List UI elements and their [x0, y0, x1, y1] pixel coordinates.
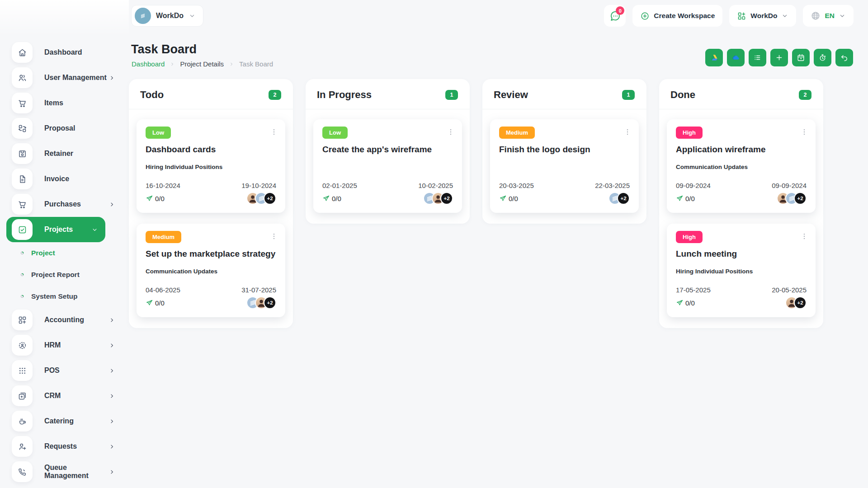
sidebar-item-crm[interactable]: CRM [0, 383, 129, 408]
card-top-row: High [676, 231, 807, 243]
more-assignees-badge[interactable]: +2 [264, 296, 276, 309]
breadcrumb-item-task-board: Task Board [239, 60, 273, 68]
task-start-date: 16-10-2024 [146, 182, 180, 189]
sidebar-item-dashboard[interactable]: Dashboard [0, 40, 129, 65]
card-foot-row: 0/0+2 [499, 191, 630, 206]
sidebar-item-pos[interactable]: POS [0, 358, 129, 383]
sidebar-subitem-project[interactable]: Project [0, 242, 129, 264]
sidebar-item-hrm[interactable]: HRM [0, 333, 129, 358]
sidebar-item-projects[interactable]: Projects [6, 217, 105, 242]
more-assignees-badge[interactable]: +2 [617, 192, 630, 205]
assignee-avatars[interactable]: +2 [785, 296, 807, 309]
sidebar-item-label: Catering [44, 417, 74, 425]
task-card[interactable]: LowDashboard cardsHiring Individual Posi… [137, 119, 285, 213]
task-milestone: Communication Updates [146, 268, 276, 276]
assignee-avatars[interactable]: +2 [609, 192, 630, 205]
breadcrumb-separator-icon [229, 61, 234, 67]
breadcrumb: DashboardProject DetailsTask Board [132, 60, 273, 68]
sidebar-item-accounting[interactable]: Accounting [0, 307, 129, 333]
workspace-selector[interactable]: WorkDo [131, 5, 203, 27]
sidebar-item-items[interactable]: Items [0, 90, 129, 116]
sidebar-subitem-label: System Setup [31, 292, 78, 300]
task-card[interactable]: MediumFinish the logo design20-03-202522… [490, 119, 639, 213]
sidebar-item-user-management[interactable]: User Management [0, 65, 129, 90]
sidebar-item-retainer[interactable]: Retainer [0, 141, 129, 166]
board-column-todo: Todo2LowDashboard cardsHiring Individual… [129, 79, 293, 328]
plus-icon [775, 53, 783, 62]
more-assignees-badge[interactable]: +2 [264, 192, 276, 205]
sidebar-item-proposal[interactable]: Proposal [0, 116, 129, 141]
sidebar-logo [0, 0, 129, 36]
onedrive-button[interactable] [727, 49, 745, 66]
assignee-avatars[interactable]: +2 [246, 296, 276, 309]
page-title: Task Board [131, 42, 197, 56]
add-task-button[interactable] [770, 49, 788, 66]
chevron-right-icon [108, 317, 115, 324]
send-icon [146, 195, 153, 202]
calendar-icon [797, 53, 805, 62]
proposal-icon [12, 118, 33, 139]
workspace-name: WorkDo [156, 12, 184, 20]
priority-badge: High [676, 127, 703, 139]
assignee-avatars[interactable]: +2 [777, 192, 807, 205]
task-dates: 20-03-202522-03-2025 [499, 182, 630, 189]
cart-icon [12, 194, 33, 215]
kebab-menu-icon[interactable] [623, 128, 632, 136]
column-count-badge: 1 [445, 90, 458, 100]
back-button[interactable] [835, 49, 853, 66]
more-assignees-badge[interactable]: +2 [440, 192, 453, 205]
sidebar-subitem-system-setup[interactable]: System Setup [0, 286, 129, 307]
task-start-date: 17-05-2025 [676, 286, 711, 294]
sidebar-subitem-project-report[interactable]: Project Report [0, 264, 129, 286]
column-count-badge: 2 [269, 90, 281, 100]
kebab-menu-icon[interactable] [447, 128, 455, 136]
calendar-button[interactable] [792, 49, 810, 66]
task-card[interactable]: HighLunch meetingHiring Individual Posit… [667, 224, 816, 317]
users-icon [12, 67, 33, 88]
language-selector[interactable]: EN [803, 5, 854, 27]
ring-icon [19, 272, 25, 278]
grid-plus-icon [737, 11, 746, 21]
column-header: Todo2 [129, 79, 293, 109]
sidebar-subitem-label: Project [31, 249, 55, 257]
sidebar-item-queue-management[interactable]: Queue Management [0, 459, 129, 484]
card-foot-row: 0/0+2 [676, 191, 807, 206]
kebab-menu-icon[interactable] [270, 232, 278, 240]
sidebar-item-label: Projects [44, 225, 73, 234]
sidebar-item-label: User Management [44, 74, 107, 82]
breadcrumb-item-project-details[interactable]: Project Details [180, 60, 224, 68]
milestone-list-button[interactable] [749, 49, 766, 66]
chevron-right-icon [108, 367, 115, 374]
send-icon [676, 299, 684, 307]
column-body: HighApplication wireframeCommunication U… [659, 109, 823, 328]
app-switcher-button[interactable]: WorkDo [729, 5, 796, 27]
timer-button[interactable] [814, 49, 831, 66]
create-workspace-label: Create Workspace [654, 12, 715, 20]
sidebar-item-catering[interactable]: Catering [0, 408, 129, 434]
sidebar-item-invoice[interactable]: Invoice [0, 166, 129, 192]
task-end-date: 31-07-2025 [241, 286, 276, 294]
assignee-avatars[interactable]: +2 [246, 192, 276, 205]
sidebar-item-purchases[interactable]: Purchases [0, 192, 129, 217]
chevron-down-icon [781, 12, 788, 19]
breadcrumb-item-dashboard[interactable]: Dashboard [132, 60, 165, 68]
card-top-row: Low [322, 127, 453, 139]
create-workspace-button[interactable]: Create Workspace [632, 5, 722, 27]
kebab-menu-icon[interactable] [800, 232, 808, 240]
list-icon [753, 53, 762, 62]
board-column-done: Done2HighApplication wireframeCommunicat… [659, 79, 823, 328]
kebab-menu-icon[interactable] [800, 128, 808, 136]
google-drive-button[interactable] [705, 49, 723, 66]
kebab-menu-icon[interactable] [270, 128, 278, 136]
more-assignees-badge[interactable]: +2 [794, 296, 807, 309]
assignee-avatars[interactable]: +2 [423, 192, 453, 205]
chevron-right-icon [108, 418, 115, 425]
messages-button[interactable]: 0 [604, 5, 626, 27]
sidebar-item-requests[interactable]: Requests [0, 434, 129, 459]
task-card[interactable]: HighApplication wireframeCommunication U… [667, 119, 816, 213]
task-progress-value: 0/0 [509, 195, 518, 202]
accounting-icon [12, 310, 33, 330]
task-card[interactable]: MediumSet up the marketplace strategyCom… [137, 224, 285, 317]
task-card[interactable]: LowCreate the app's wireframe02-01-20251… [313, 119, 462, 213]
more-assignees-badge[interactable]: +2 [794, 192, 807, 205]
